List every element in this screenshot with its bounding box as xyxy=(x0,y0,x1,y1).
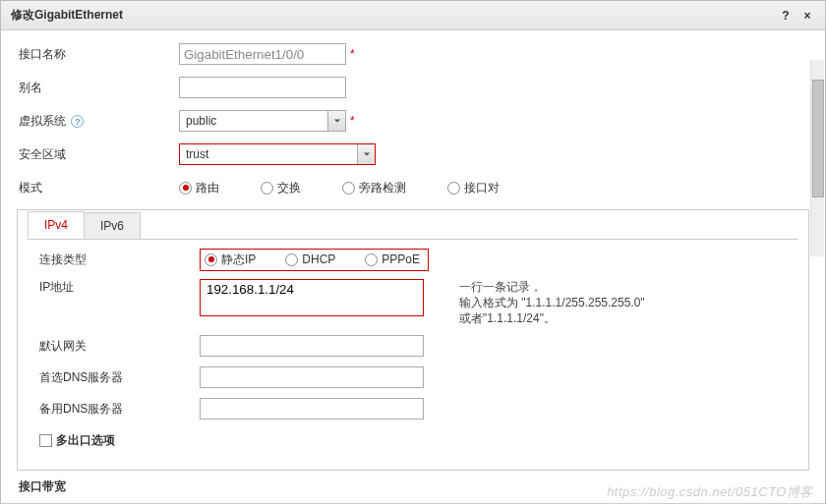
conn-radio-pppoe[interactable]: PPPoE xyxy=(365,252,420,266)
ip-tabs-container: IPv4 IPv6 连接类型 静态IP DHCP PPPoE IP地址 xyxy=(17,209,809,471)
required-mark: * xyxy=(350,114,355,128)
alias-input[interactable] xyxy=(179,77,346,98)
zone-select[interactable]: trust xyxy=(179,143,376,165)
vsys-value: public xyxy=(180,114,327,128)
label-conntype: 连接类型 xyxy=(28,252,200,268)
mode-radio-switch[interactable]: 交换 xyxy=(261,180,301,196)
label-vsys-text: 虚拟系统 xyxy=(19,114,66,128)
help-icon[interactable]: ? xyxy=(778,9,794,23)
multi-exit-checkbox[interactable]: 多出口选项 xyxy=(39,432,115,449)
interface-name-input[interactable] xyxy=(179,43,346,65)
ipaddr-textarea[interactable] xyxy=(200,279,424,316)
dialog: 修改GigabitEthernet ? × 接口名称 * 别名 虚拟系统 ? p… xyxy=(0,0,826,504)
titlebar: 修改GigabitEthernet ? × xyxy=(1,1,825,30)
conntype-radio-group: 静态IP DHCP PPPoE xyxy=(200,249,429,271)
tab-ipv6[interactable]: IPv6 xyxy=(84,212,141,239)
scrollbar[interactable] xyxy=(810,60,824,256)
conn-radio-dhcp[interactable]: DHCP xyxy=(285,252,335,266)
dns1-input[interactable] xyxy=(200,366,424,388)
label-ipaddr: IP地址 xyxy=(28,279,200,296)
mode-radio-group: 路由 交换 旁路检测 接口对 xyxy=(179,180,500,196)
gateway-input[interactable] xyxy=(200,335,424,357)
vsys-help-icon[interactable]: ? xyxy=(71,115,84,128)
label-dns1: 首选DNS服务器 xyxy=(28,369,200,386)
watermark: https://blog.csdn.net/051CTO博客 xyxy=(607,483,813,501)
label-vsys: 虚拟系统 ? xyxy=(17,113,179,130)
ipaddr-hint: 一行一条记录， 输入格式为 "1.1.1.1/255.255.255.0" 或者… xyxy=(459,279,645,326)
label-zone: 安全区域 xyxy=(17,146,179,163)
chevron-down-icon xyxy=(327,111,345,131)
tab-ipv4[interactable]: IPv4 xyxy=(28,211,85,239)
label-interface-name: 接口名称 xyxy=(17,46,179,63)
mode-radio-bypass[interactable]: 旁路检测 xyxy=(342,180,406,196)
close-icon[interactable]: × xyxy=(799,9,815,23)
label-gateway: 默认网关 xyxy=(28,338,200,355)
conn-radio-static[interactable]: 静态IP xyxy=(205,252,256,268)
content: 接口名称 * 别名 虚拟系统 ? public * 安全区域 trust xyxy=(1,30,825,503)
scrollbar-thumb[interactable] xyxy=(812,80,824,197)
label-dns2: 备用DNS服务器 xyxy=(28,401,200,418)
chevron-down-icon xyxy=(357,144,375,164)
label-mode: 模式 xyxy=(17,180,179,196)
mode-radio-route[interactable]: 路由 xyxy=(179,180,219,196)
mode-radio-pair[interactable]: 接口对 xyxy=(447,180,500,196)
required-mark: * xyxy=(350,47,355,61)
tabstrip: IPv4 IPv6 xyxy=(28,209,798,239)
vsys-select[interactable]: public xyxy=(179,110,346,132)
dialog-title: 修改GigabitEthernet xyxy=(11,7,772,24)
tab-body: 连接类型 静态IP DHCP PPPoE IP地址 一行一条记录， 输入格式为 … xyxy=(28,239,798,452)
zone-value: trust xyxy=(180,147,357,161)
dns2-input[interactable] xyxy=(200,398,424,420)
label-alias: 别名 xyxy=(17,80,179,96)
